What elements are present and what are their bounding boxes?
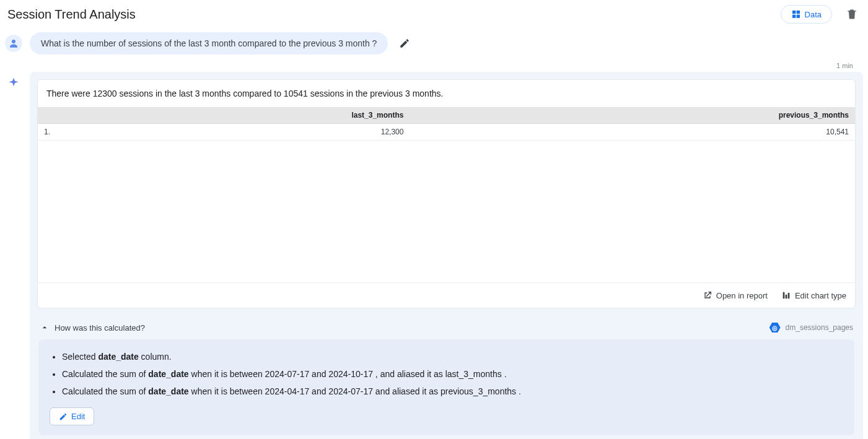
- table-row: 1. 12,300 10,541: [38, 124, 855, 141]
- data-button-label: Data: [805, 10, 822, 19]
- text-bold: date_date: [98, 352, 138, 362]
- row-index-header: [38, 107, 63, 124]
- answer-container: There were 12300 sessions in the last 3 …: [5, 72, 863, 439]
- card-actions: Open in report Edit chart type: [38, 283, 855, 308]
- table-cell: 10,541: [410, 124, 855, 141]
- source-hex-icon: ◎: [769, 322, 781, 333]
- person-icon: [8, 38, 19, 49]
- source-name: dm_sessions_pages: [786, 323, 853, 332]
- table-cell: 12,300: [63, 124, 410, 141]
- table-empty-area: [38, 141, 855, 283]
- edit-chart-type-label: Edit chart type: [795, 291, 846, 300]
- pencil-icon: [59, 412, 68, 421]
- text: when it is between 2024-04-17 and 2024-0…: [189, 386, 521, 396]
- explain-body: Selected date_date column. Calculated th…: [38, 339, 854, 435]
- explain-step: Calculated the sum of date_date when it …: [62, 365, 843, 383]
- open-in-report-button[interactable]: Open in report: [703, 290, 768, 300]
- delete-button[interactable]: [843, 6, 861, 23]
- chevron-up-icon: [40, 323, 50, 333]
- trash-icon: [846, 8, 858, 20]
- data-button[interactable]: Data: [781, 5, 832, 24]
- sparkle-icon: [7, 77, 20, 89]
- svg-point-0: [12, 40, 15, 43]
- explain-toggle[interactable]: How was this calculated?: [40, 323, 145, 333]
- data-grid-icon: [791, 9, 801, 19]
- answer-body: There were 12300 sessions in the last 3 …: [30, 72, 863, 439]
- column-header: last_3_months: [63, 107, 410, 124]
- text: column.: [139, 352, 172, 362]
- pencil-icon: [399, 38, 410, 49]
- text: Selected: [62, 352, 98, 362]
- user-avatar: [5, 35, 22, 52]
- column-header: previous_3_months: [410, 107, 855, 124]
- edit-prompt-button[interactable]: [395, 34, 414, 53]
- table-header-row: last_3_months previous_3_months: [38, 107, 855, 124]
- result-table: last_3_months previous_3_months 1. 12,30…: [38, 107, 855, 141]
- text-bold: date_date: [148, 386, 188, 396]
- page-header: Session Trend Analysis Data: [5, 0, 863, 30]
- text: Calculated the sum of: [62, 369, 148, 379]
- explain-step: Calculated the sum of date_date when it …: [62, 383, 843, 400]
- header-actions: Data: [781, 5, 861, 24]
- source-chip[interactable]: ◎ dm_sessions_pages: [769, 322, 853, 333]
- page-title: Session Trend Analysis: [7, 7, 136, 22]
- answer-summary: There were 12300 sessions in the last 3 …: [38, 80, 855, 107]
- edit-query-button[interactable]: Edit: [50, 407, 94, 425]
- chart-icon: [781, 290, 791, 300]
- edit-chart-type-button[interactable]: Edit chart type: [781, 290, 846, 300]
- ai-badge: [5, 72, 22, 89]
- explain-toggle-label: How was this calculated?: [55, 323, 145, 333]
- explain-step: Selected date_date column.: [62, 348, 843, 365]
- explain-steps: Selected date_date column. Calculated th…: [50, 348, 843, 400]
- edit-query-label: Edit: [71, 412, 85, 421]
- text: when it is between 2024-07-17 and 2024-1…: [189, 369, 507, 379]
- open-external-icon: [703, 290, 712, 300]
- row-index-cell: 1.: [38, 124, 63, 141]
- text: Calculated the sum of: [62, 386, 148, 396]
- open-in-report-label: Open in report: [716, 291, 768, 300]
- prompt-row: What is the number of sessions of the la…: [5, 30, 863, 58]
- answer-card: There were 12300 sessions in the last 3 …: [37, 79, 856, 308]
- explain-header: How was this calculated? ◎ dm_sessions_p…: [30, 316, 863, 339]
- text-bold: date_date: [148, 369, 188, 379]
- prompt-chip: What is the number of sessions of the la…: [30, 32, 388, 54]
- timestamp: 1 min: [5, 58, 863, 72]
